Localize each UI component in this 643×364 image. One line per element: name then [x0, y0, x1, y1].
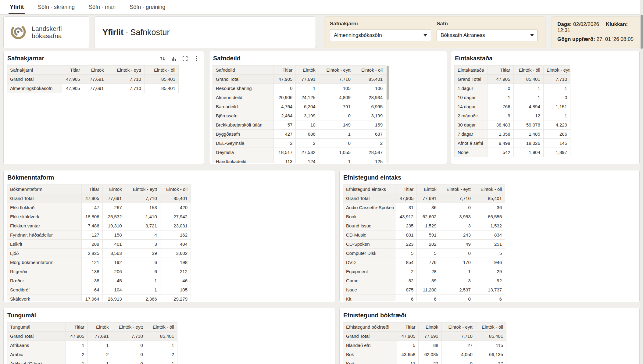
table-row[interactable]: Ljóð2,8253,563393,602 [7, 249, 191, 258]
column-header[interactable]: Titlar [395, 185, 417, 194]
table-row[interactable]: Mörg bókmenntaform1211926198 [7, 258, 191, 267]
table-row[interactable]: Sendibréf641041105 [7, 285, 191, 294]
table-row[interactable]: 2 mánuðir9121 [455, 111, 570, 120]
table-row[interactable]: Kit6606 [343, 294, 505, 302]
table-row[interactable]: Computer Disk5505 [343, 249, 505, 258]
table-row[interactable]: Skáldverk17,96426,9132,36629,279 [7, 294, 191, 302]
column-header[interactable]: Titlar [66, 323, 88, 332]
column-header[interactable]: Safndeild [213, 66, 274, 75]
column-header[interactable]: Eintök - öll [146, 323, 177, 332]
table-row[interactable]: Blandað efni58827115 [343, 341, 506, 350]
table-row[interactable]: Game8289392 [343, 276, 505, 285]
column-header[interactable]: Eintök [102, 185, 125, 194]
table-row[interactable]: Handbókadeild1131241125 [213, 157, 386, 163]
column-header[interactable]: Eintök - öll [513, 66, 543, 75]
tab-sofn-man[interactable]: Söfn - mán [84, 0, 120, 14]
column-header[interactable]: Titlar [274, 66, 296, 75]
scrollbar-thumb[interactable] [387, 66, 389, 100]
table-row[interactable]: Ekki flokkað47267153420 [7, 203, 191, 212]
column-header[interactable]: Eintök - eytt [441, 323, 476, 332]
column-header[interactable]: Eintök - eytt [319, 66, 354, 75]
column-header[interactable]: Safnakjarni [7, 66, 62, 75]
column-header[interactable]: Eintök - öll [144, 66, 178, 75]
table-row[interactable]: Arabic2202 [7, 350, 177, 359]
table-row[interactable]: 1 dagur011 [455, 84, 570, 93]
table-row[interactable]: None5421,9041,897 [455, 148, 570, 157]
table-row[interactable]: Grand Total47,90577,6917,71085,401 [7, 332, 177, 341]
column-header[interactable]: Efnistegund eintaks [343, 185, 395, 194]
column-header[interactable]: Tungumál [7, 323, 66, 332]
table-row[interactable]: Brekkubæjarskóli-útlán5710149159 [213, 120, 386, 130]
maximize-icon[interactable] [182, 55, 188, 62]
column-header[interactable]: Eintök - eytt [125, 185, 160, 194]
column-header[interactable]: Titlar [82, 185, 102, 194]
safnakjarni-select[interactable]: Almenningsbókasöfn [330, 30, 431, 41]
column-header[interactable]: Eintök - eytt [543, 66, 570, 75]
tab-sofn-skraning[interactable]: Söfn - skráning [33, 0, 80, 14]
table-row[interactable]: Grand Total47,90585,4017,710 [455, 75, 570, 84]
column-header[interactable]: Eintök - öll [160, 185, 191, 194]
table-row[interactable]: Geymsla18,51727,5321,05528,587 [213, 148, 386, 157]
table-row[interactable]: Artificial (Other)1101 [7, 359, 177, 364]
table-row[interactable]: Fyndnar, háðsádeilur1271584162 [7, 230, 191, 240]
table-row[interactable]: Afnot á safni9,49918,026145 [455, 139, 570, 148]
column-header[interactable]: Eintök [419, 323, 441, 332]
column-header[interactable]: Titlar [488, 66, 513, 75]
column-header[interactable]: Eintök [417, 185, 440, 194]
table-row[interactable]: Grand Total47,90577,6917,71085,401 [213, 75, 386, 84]
column-header[interactable]: Eintök [83, 66, 107, 75]
table-row[interactable]: Bound Issue2351,52931,532 [343, 221, 505, 230]
table-row[interactable]: Byggðasafn4276861687 [213, 130, 386, 139]
table-row[interactable]: Grand Total47,90577,6917,71085,401 [343, 332, 506, 341]
table-row[interactable]: Leikrit2894013404 [7, 240, 191, 249]
table-row[interactable]: Grand Total47,90577,6917,71085,401 [7, 194, 191, 203]
column-header[interactable]: Titlar [397, 323, 419, 332]
tab-yfirlit[interactable]: Yfirlit [5, 0, 29, 14]
table-row[interactable]: Ekki skáldverk18,80626,5321,41027,942 [7, 212, 191, 221]
column-header[interactable]: Bókmenntaform [7, 185, 82, 194]
table-row[interactable]: Ræður3845146 [7, 276, 191, 285]
table-row[interactable]: 7 dagar1,3581,485286 [455, 130, 570, 139]
table-row[interactable]: Bók43,65862,0854,05066,135 [343, 350, 506, 359]
table-row[interactable]: Issue87511,2002,53713,737 [343, 285, 505, 294]
table-row[interactable]: Almenn deild20,90624,1254,80928,934 [213, 93, 386, 102]
column-header[interactable]: Titlar [62, 66, 83, 75]
table-row[interactable]: 14 dagar7664,8941,151 [455, 102, 570, 111]
table-row[interactable]: Audio Cassette-Spoken3136036 [343, 203, 505, 212]
table-row[interactable]: Björnssafn2,4643,19903,199 [213, 111, 386, 120]
column-header[interactable]: Eintakastaða [455, 66, 488, 75]
table-row[interactable]: DVD854776170946 [343, 258, 505, 267]
menu-icon[interactable] [193, 55, 200, 62]
column-header[interactable]: Eintök [88, 323, 112, 332]
table-row[interactable]: Almenningsbókasöfn47,90577,6917,71085,40… [7, 84, 179, 93]
table-row[interactable]: Flokkun vantar7,48619,3103,72123,031 [7, 221, 191, 230]
table-row[interactable]: Ritgerðir1382066212 [7, 267, 191, 276]
column-header[interactable]: Eintök - eytt [107, 66, 144, 75]
table-row[interactable]: Afrikaans1101 [7, 341, 177, 350]
table-row[interactable]: Book43,91262,6023,95366,555 [343, 212, 505, 221]
tab-sofn-greining[interactable]: Söfn - greining [125, 0, 170, 14]
column-header[interactable]: Eintök - öll [354, 66, 386, 75]
table-row[interactable]: CD-Spoken22320249251 [343, 240, 505, 249]
table-row[interactable]: Kort1727027 [343, 359, 506, 364]
column-header[interactable]: Efnistegund bókfræði [343, 323, 397, 332]
table-row[interactable]: Equipment228129 [343, 267, 505, 276]
safn-select[interactable]: Bókasafn Akraness [437, 30, 538, 41]
table-row[interactable]: Grand Total47,90577,6917,71085,401 [343, 194, 505, 203]
page-scrollbar[interactable] [640, 0, 643, 364]
table-row[interactable]: Resource sharing01105106 [213, 84, 386, 93]
table-row[interactable]: Barnadeild4,7646,2047916,995 [213, 102, 386, 111]
column-header[interactable]: Eintök [296, 66, 319, 75]
chart-icon[interactable] [170, 55, 177, 62]
table-row[interactable]: CD-Music801591243834 [343, 230, 505, 240]
page-scrollbar-thumb[interactable] [641, 15, 643, 49]
column-header[interactable]: Eintök - eytt [112, 323, 146, 332]
table-row[interactable]: Grand Total47,90577,6917,71085,401 [7, 75, 179, 84]
table-row[interactable]: DEL-Geymsla2202 [213, 139, 386, 148]
table-row[interactable]: 10 dagar110 [455, 93, 570, 102]
table-row[interactable]: 30 dagar38,48359,0784,229 [455, 120, 570, 130]
column-header[interactable]: Eintök - öll [476, 323, 506, 332]
table-scrollbar[interactable] [386, 66, 389, 163]
column-header[interactable]: Eintök - öll [474, 185, 505, 194]
sort-icon[interactable] [159, 55, 166, 62]
